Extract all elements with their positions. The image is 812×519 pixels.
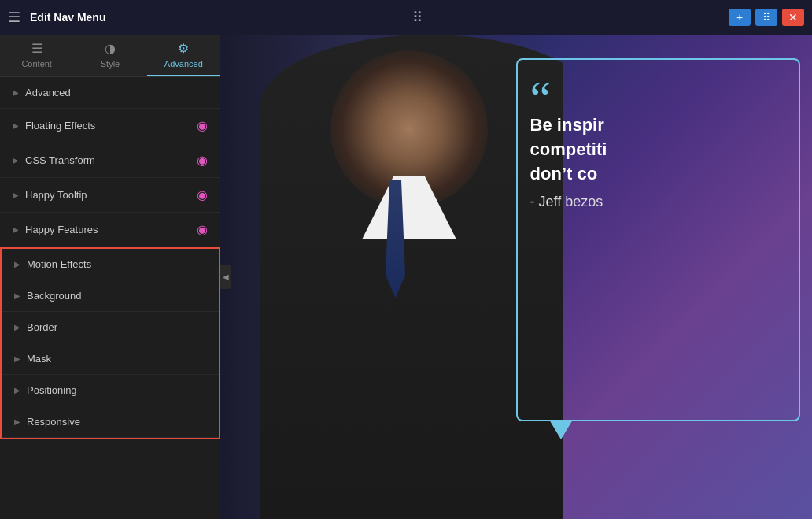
pro-badge-floating: ◉ — [197, 118, 208, 133]
chevron-icon-floating: ▶ — [13, 121, 19, 130]
top-bar-left: ☰ Edit Nav Menu — [8, 9, 105, 26]
chevron-icon-advanced: ▶ — [13, 88, 19, 97]
quote-line-3: don’t co — [530, 162, 796, 187]
tab-advanced[interactable]: ⚙ Advanced — [147, 35, 220, 76]
sidebar-sections: ▶ Advanced ▶ Floating Effects ◉ ▶ CSS Tr… — [0, 77, 220, 519]
person-figure-area — [220, 35, 563, 519]
chevron-icon-css: ▶ — [13, 156, 19, 165]
section-item-tooltip-left: ▶ Happy Tooltip — [13, 189, 87, 201]
chevron-icon-responsive: ▶ — [14, 417, 20, 426]
section-item-positioning[interactable]: ▶ Positioning — [2, 375, 219, 406]
section-item-responsive[interactable]: ▶ Responsive — [2, 406, 219, 438]
main-area: ☰ Content ◑ Style ⚙ Advanced ▶ Advanced — [0, 35, 812, 519]
quote-line-2: competiti — [530, 138, 796, 162]
section-item-positioning-left: ▶ Positioning — [14, 384, 77, 396]
tab-style[interactable]: ◑ Style — [73, 35, 146, 76]
canvas-area: ◀ “ Be inspir — [220, 35, 812, 519]
section-item-mask-left: ▶ Mask — [14, 353, 51, 365]
chevron-icon-background: ▶ — [14, 291, 20, 300]
tabs: ☰ Content ◑ Style ⚙ Advanced — [0, 35, 220, 77]
sidebar: ☰ Content ◑ Style ⚙ Advanced ▶ Advanced — [0, 35, 220, 519]
section-label-tooltip: Happy Tooltip — [25, 189, 87, 201]
content-tab-label: Content — [21, 59, 52, 69]
close-button[interactable]: ✕ — [782, 9, 804, 26]
pro-badge-tooltip: ◉ — [197, 187, 208, 202]
section-label-motion: Motion Effects — [27, 258, 91, 270]
section-label-css: CSS Transform — [25, 154, 95, 166]
hamburger-icon[interactable]: ☰ — [8, 9, 20, 26]
section-item-background[interactable]: ▶ Background — [2, 280, 219, 312]
advanced-tab-label: Advanced — [164, 59, 203, 69]
collapse-icon: ◀ — [223, 272, 229, 281]
grid-icon[interactable]: ⠿ — [412, 9, 423, 26]
chevron-icon-motion: ▶ — [14, 260, 20, 269]
section-item-css-left: ▶ CSS Transform — [13, 154, 95, 166]
section-item-advanced-left: ▶ Advanced — [13, 87, 71, 98]
quote-text: Be inspir competiti don’t co — [530, 113, 796, 186]
content-tab-icon: ☰ — [31, 41, 42, 56]
section-item-background-left: ▶ Background — [14, 290, 81, 302]
section-label-responsive: Responsive — [27, 416, 80, 428]
section-item-motion-effects[interactable]: ▶ Motion Effects — [2, 249, 219, 280]
section-label-background: Background — [27, 290, 81, 302]
section-item-floating-effects[interactable]: ▶ Floating Effects ◉ — [0, 109, 220, 143]
quote-line-1: Be inspir — [530, 113, 796, 138]
chevron-icon-positioning: ▶ — [14, 386, 20, 395]
settings-button[interactable]: ⠿ — [755, 9, 777, 26]
section-item-advanced[interactable]: ▶ Advanced — [0, 77, 220, 109]
section-item-border[interactable]: ▶ Border — [2, 312, 219, 343]
chevron-icon-features: ▶ — [13, 225, 19, 234]
section-label-advanced: Advanced — [25, 87, 71, 98]
pro-badge-css: ◉ — [197, 153, 208, 168]
advanced-tab-icon: ⚙ — [178, 41, 189, 56]
tab-content[interactable]: ☰ Content — [0, 35, 73, 76]
section-label-border: Border — [27, 321, 57, 333]
section-item-features-left: ▶ Happy Features — [13, 224, 98, 235]
chevron-icon-border: ▶ — [14, 323, 20, 332]
add-button[interactable]: + — [729, 9, 751, 26]
section-label-features: Happy Features — [25, 224, 98, 235]
style-tab-icon: ◑ — [105, 41, 116, 56]
chevron-icon-mask: ▶ — [14, 354, 20, 363]
pro-badge-features: ◉ — [197, 222, 208, 237]
section-label-positioning: Positioning — [27, 384, 77, 396]
style-tab-label: Style — [101, 59, 120, 69]
section-item-mask[interactable]: ▶ Mask — [2, 343, 219, 375]
top-bar-actions: + ⠿ ✕ — [729, 9, 804, 26]
quote-box: “ Be inspir competiti don’t co - Jeff be… — [530, 74, 796, 210]
section-item-floating-left: ▶ Floating Effects — [13, 120, 95, 132]
top-bar: ☰ Edit Nav Menu ⠿ + ⠿ ✕ — [0, 0, 812, 35]
canvas-content: “ Be inspir competiti don’t co - Jeff be… — [220, 35, 812, 519]
section-item-happy-features[interactable]: ▶ Happy Features ◉ — [0, 213, 220, 247]
chevron-icon-tooltip: ▶ — [13, 191, 19, 199]
section-group-outlined: ▶ Motion Effects ▶ Background ▶ Border — [0, 247, 220, 439]
section-item-responsive-left: ▶ Responsive — [14, 416, 80, 428]
section-item-motion-left: ▶ Motion Effects — [14, 258, 91, 270]
section-label-mask: Mask — [27, 353, 51, 365]
section-label-floating: Floating Effects — [25, 120, 95, 132]
top-bar-title: Edit Nav Menu — [30, 11, 105, 24]
section-item-border-left: ▶ Border — [14, 321, 57, 333]
quote-author: - Jeff bezos — [530, 194, 796, 210]
collapse-handle[interactable]: ◀ — [220, 265, 231, 289]
section-item-happy-tooltip[interactable]: ▶ Happy Tooltip ◉ — [0, 178, 220, 213]
section-item-css-transform[interactable]: ▶ CSS Transform ◉ — [0, 143, 220, 178]
